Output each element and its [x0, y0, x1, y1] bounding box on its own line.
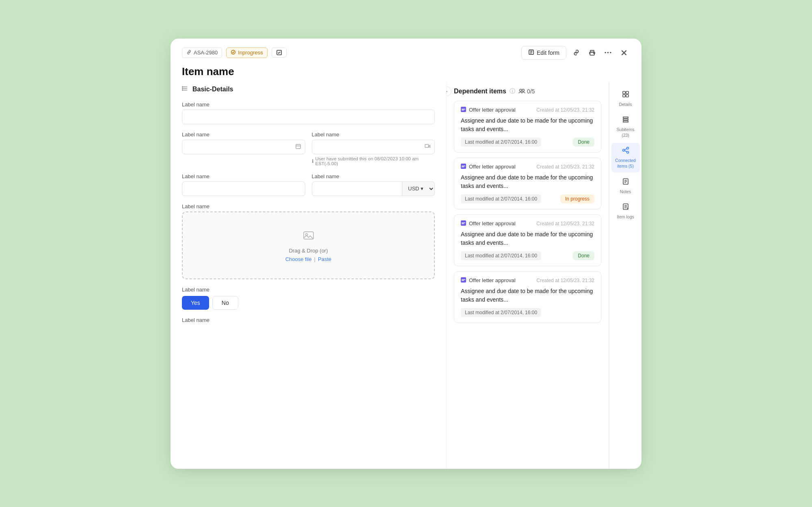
sidebar-item-connected[interactable]: Connected items (5): [611, 143, 640, 172]
sidebar-item-logs[interactable]: Item logs: [611, 199, 640, 223]
yesno-label: Label name: [182, 287, 435, 293]
svg-point-5: [605, 52, 606, 53]
upload-area[interactable]: Drag & Drop (or) Choose file | Paste: [182, 211, 435, 279]
form-group-bottom: Label name: [182, 317, 435, 323]
dep-count: 0/5: [518, 88, 535, 95]
close-button[interactable]: [618, 47, 630, 59]
form-group-5: Label name USD ▾ EUR ▾ GBP ▾: [312, 173, 435, 196]
item-card-name-3: Offer letter approval: [469, 277, 516, 283]
item-card-footer-0: Last modified at 2/07/2014, 16:00 Done: [461, 138, 594, 147]
notes-icon: [622, 177, 630, 188]
svg-rect-31: [623, 95, 625, 97]
sidebar-item-subitems[interactable]: Subitems (23): [611, 112, 640, 141]
right-sidebar: Details Subitems (23): [609, 82, 641, 469]
status-badge-done: Done: [573, 251, 594, 260]
edit-form-icon: [528, 49, 534, 56]
item-card-icon-3: [461, 277, 466, 284]
collapse-button[interactable]: ›: [447, 86, 451, 96]
svg-point-15: [520, 89, 522, 91]
status-badge-inprogress: In progress: [560, 194, 594, 203]
upload-drag-text: Drag & Drop (or): [191, 248, 426, 254]
currency-select[interactable]: USD ▾ EUR ▾ GBP ▾: [402, 181, 435, 196]
label-1: Label name: [182, 101, 435, 108]
edit-form-button[interactable]: Edit form: [521, 46, 566, 60]
currency-input-group: USD ▾ EUR ▾ GBP ▾: [312, 181, 435, 196]
yes-button[interactable]: Yes: [182, 296, 209, 310]
item-id-badge[interactable]: ASA-2980: [182, 47, 222, 58]
item-card-created-2: Created at 12/05/23, 21:32: [536, 221, 594, 227]
label-4: Label name: [182, 173, 305, 179]
item-title: Item name: [171, 60, 641, 82]
upload-links: Choose file | Paste: [191, 256, 426, 262]
item-card-header-2: Offer letter approval Created at 12/05/2…: [461, 220, 594, 227]
section-list-icon: [182, 85, 188, 93]
form-group-yesno: Label name Yes No: [182, 287, 435, 310]
item-card-0[interactable]: Offer letter approval Created at 12/05/2…: [454, 101, 601, 153]
svg-rect-28: [462, 280, 464, 281]
item-card-created-0: Created at 12/05/23, 21:32: [536, 107, 594, 113]
edit-form-label: Edit form: [537, 50, 559, 56]
modal-body: Basic-Details Label name Label name: [171, 82, 641, 469]
bottom-label: Label name: [182, 317, 435, 323]
status-check-icon: [231, 50, 236, 56]
input-3[interactable]: [182, 181, 305, 196]
svg-rect-21: [462, 166, 465, 166]
more-options-button[interactable]: [602, 49, 614, 56]
choose-file-link[interactable]: Choose file: [285, 256, 312, 262]
check-badge[interactable]: [272, 47, 287, 58]
item-id-label: ASA-2980: [194, 50, 218, 56]
form-group-3: Label name ℹ Use: [312, 132, 435, 166]
item-card-body-1: Assignee and due date to be made for the…: [461, 173, 594, 190]
item-card-date-3: Last modified at 2/07/2014, 16:00: [461, 308, 541, 317]
status-badge-done: Done: [573, 138, 594, 147]
connected-icon: [622, 146, 630, 156]
item-card-2[interactable]: Offer letter approval Created at 12/05/2…: [454, 214, 601, 266]
sidebar-item-notes[interactable]: Notes: [611, 174, 640, 198]
svg-point-10: [182, 90, 183, 91]
upload-icon: [191, 229, 426, 244]
svg-rect-29: [623, 91, 625, 94]
submit-note: ℹ User have submitted this on 08/02/2023…: [312, 156, 435, 166]
link-icon: [186, 50, 192, 56]
item-card-body-2: Assignee and due date to be made for the…: [461, 230, 594, 247]
label-5: Label name: [312, 173, 435, 179]
link-button[interactable]: [570, 47, 582, 58]
form-row-1: Label name: [182, 132, 435, 173]
sidebar-item-details[interactable]: Details: [611, 87, 640, 111]
item-card-1[interactable]: Offer letter approval Created at 12/05/2…: [454, 157, 601, 209]
item-card-footer-2: Last modified at 2/07/2014, 16:00 Done: [461, 251, 594, 260]
svg-point-7: [610, 52, 611, 53]
logs-icon: [622, 203, 630, 213]
input-date[interactable]: [182, 140, 305, 154]
item-card-3[interactable]: Offer letter approval Created at 12/05/2…: [454, 271, 601, 323]
status-badge[interactable]: Inprogress: [226, 47, 267, 58]
svg-rect-25: [462, 223, 464, 224]
form-row-2: Label name Label name USD ▾ EUR ▾ GBP ▾: [182, 173, 435, 203]
item-card-icon-1: [461, 164, 466, 170]
info-icon: ℹ: [312, 158, 314, 164]
form-group-4: Label name: [182, 173, 305, 196]
sidebar-logs-label: Item logs: [617, 214, 634, 220]
item-card-icon-0: [461, 107, 466, 113]
svg-rect-24: [462, 222, 465, 223]
print-button[interactable]: [586, 47, 598, 58]
details-icon: [622, 90, 630, 100]
sidebar-subitems-label: Subitems (23): [614, 127, 637, 138]
currency-value-input[interactable]: [312, 181, 403, 196]
svg-point-35: [626, 151, 628, 153]
no-button[interactable]: No: [212, 296, 238, 310]
input-datetime[interactable]: [312, 140, 435, 154]
item-cards-list: Offer letter approval Created at 12/05/2…: [454, 101, 601, 323]
sidebar-notes-label: Notes: [620, 189, 631, 195]
input-1[interactable]: [182, 110, 435, 124]
paste-link[interactable]: Paste: [318, 256, 331, 262]
item-card-name-2: Offer letter approval: [469, 220, 516, 227]
middle-panel: › Dependent items ⓘ 0/5: [447, 82, 609, 469]
form-group-upload: Label name Drag & Drop (or) Choose file: [182, 203, 435, 279]
item-card-footer-3: Last modified at 2/07/2014, 16:00: [461, 308, 594, 317]
svg-point-6: [607, 52, 609, 53]
svg-rect-32: [626, 95, 628, 97]
status-label: Inprogress: [238, 50, 263, 56]
sidebar-details-label: Details: [619, 102, 632, 108]
svg-rect-27: [462, 279, 465, 280]
